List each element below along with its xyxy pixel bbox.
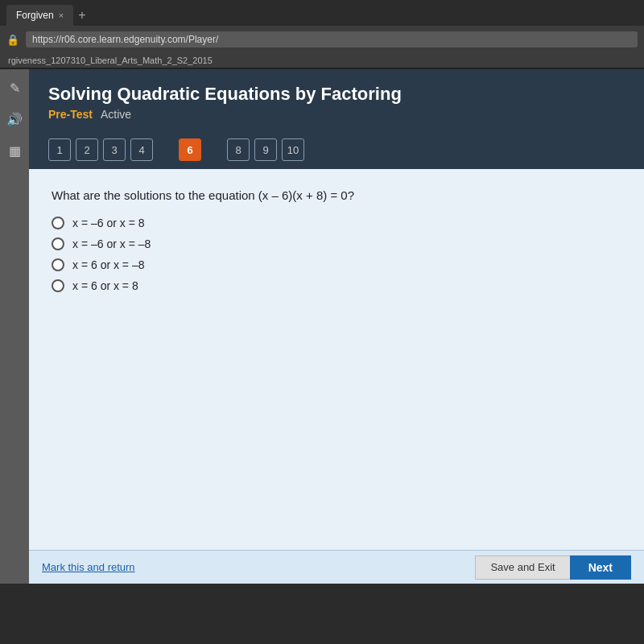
mark-return-link[interactable]: Mark this and return [42, 561, 135, 573]
breadcrumb-bar: rgiveness_1207310_Liberal_Arts_Math_2_S2… [0, 53, 644, 68]
question-nav-btn-3[interactable]: 3 [103, 138, 126, 161]
option-label-1: x = –6 or x = 8 [72, 217, 145, 229]
option-item-3[interactable]: x = 6 or x = –8 [52, 258, 621, 271]
option-label-2: x = –6 or x = –8 [72, 237, 151, 250]
active-tab[interactable]: Forgiven × [6, 5, 73, 26]
question-area: What are the solutions to the equation (… [29, 169, 644, 550]
question-nav-btn-8[interactable]: 8 [227, 138, 250, 161]
question-nav-btn-1[interactable]: 1 [48, 138, 71, 161]
audio-icon[interactable]: 🔊 [3, 109, 26, 130]
bottom-bar: Mark this and return Save and Exit Next [29, 550, 644, 584]
sidebar: ✎ 🔊 ▦ [0, 69, 29, 584]
option-item-1[interactable]: x = –6 or x = 8 [52, 217, 621, 229]
main-layout: ✎ 🔊 ▦ Solving Quadratic Equations by Fac… [0, 69, 644, 584]
question-nav: 123468910 [29, 130, 644, 169]
next-button[interactable]: Next [570, 555, 631, 580]
option-label-4: x = 6 or x = 8 [72, 279, 138, 292]
option-radio-3[interactable] [52, 258, 64, 271]
bottom-right-buttons: Save and Exit Next [475, 555, 631, 580]
question-nav-btn-6[interactable]: 6 [179, 138, 201, 161]
active-label: Active [101, 108, 131, 121]
question-text: What are the solutions to the equation (… [52, 188, 621, 202]
page-header: Solving Quadratic Equations by Factoring… [29, 69, 644, 130]
tab-label: Forgiven [16, 10, 54, 21]
option-radio-2[interactable] [52, 237, 64, 250]
lock-icon: 🔒 [6, 34, 19, 46]
option-radio-4[interactable] [52, 279, 64, 292]
question-nav-spacer [206, 138, 222, 161]
option-item-4[interactable]: x = 6 or x = 8 [52, 279, 621, 292]
breadcrumb-text: rgiveness_1207310_Liberal_Arts_Math_2_S2… [8, 56, 213, 65]
page-title: Solving Quadratic Equations by Factoring [48, 84, 625, 105]
question-nav-btn-4[interactable]: 4 [130, 138, 153, 161]
browser-chrome: Forgiven × + 🔒 rgiveness_1207310_Liberal… [0, 0, 644, 69]
option-label-3: x = 6 or x = –8 [72, 258, 145, 271]
page-content: Solving Quadratic Equations by Factoring… [29, 69, 644, 584]
new-tab-button[interactable]: + [78, 8, 85, 23]
save-exit-button[interactable]: Save and Exit [475, 555, 569, 580]
question-nav-btn-2[interactable]: 2 [76, 138, 98, 161]
option-item-2[interactable]: x = –6 or x = –8 [52, 237, 621, 250]
question-nav-btn-10[interactable]: 10 [282, 138, 304, 161]
blank-spacer [52, 292, 621, 534]
tab-close-button[interactable]: × [59, 10, 64, 20]
pre-test-label: Pre-Test [48, 108, 93, 121]
question-nav-btn-9[interactable]: 9 [254, 138, 277, 161]
tab-bar: Forgiven × + [0, 0, 644, 26]
question-nav-spacer [158, 138, 174, 161]
options-list: x = –6 or x = 8x = –6 or x = –8x = 6 or … [52, 217, 621, 292]
url-input[interactable] [26, 31, 638, 47]
option-radio-1[interactable] [52, 217, 64, 229]
pencil-icon[interactable]: ✎ [6, 77, 23, 99]
calculator-icon[interactable]: ▦ [6, 140, 24, 162]
address-bar: 🔒 [0, 26, 644, 53]
subtitle-row: Pre-Test Active [48, 108, 625, 121]
